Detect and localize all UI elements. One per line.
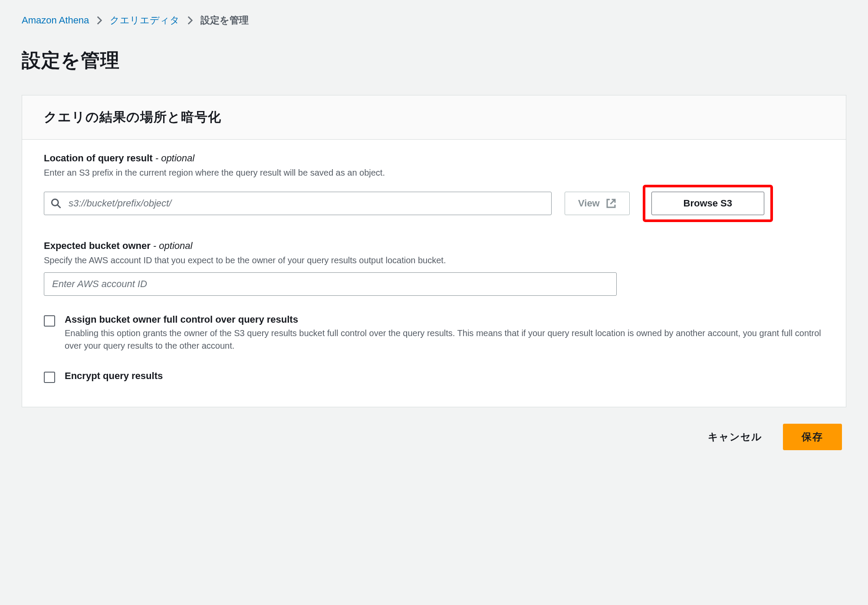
encrypt-group: Encrypt query results (44, 370, 824, 383)
view-button-label: View (578, 198, 600, 209)
page-title: 設定を管理 (22, 48, 846, 73)
panel-body: Location of query result - optional Ente… (22, 140, 846, 407)
owner-group: Expected bucket owner - optional Specify… (44, 240, 824, 296)
expected-bucket-owner-input[interactable] (44, 272, 617, 296)
assign-full-control-checkbox[interactable] (44, 315, 55, 327)
breadcrumb-current: 設定を管理 (201, 14, 249, 27)
browse-highlight: Browse S3 (643, 185, 773, 222)
assign-full-control-desc: Enabling this option grants the owner of… (65, 327, 824, 352)
cancel-button[interactable]: キャンセル (697, 424, 773, 450)
chevron-right-icon (187, 16, 193, 25)
owner-label: Expected bucket owner - optional (44, 240, 824, 252)
svg-point-0 (52, 199, 58, 206)
settings-panel: クエリの結果の場所と暗号化 Location of query result -… (22, 95, 846, 407)
search-icon (51, 198, 61, 209)
encrypt-label: Encrypt query results (65, 370, 824, 382)
view-button[interactable]: View (565, 192, 630, 215)
browse-s3-button[interactable]: Browse S3 (651, 192, 764, 215)
save-button[interactable]: 保存 (783, 424, 842, 450)
breadcrumb-link-service[interactable]: Amazon Athena (22, 15, 89, 26)
panel-title: クエリの結果の場所と暗号化 (44, 108, 824, 126)
chevron-right-icon (97, 16, 102, 25)
browse-s3-label: Browse S3 (684, 198, 733, 209)
location-desc: Enter an S3 prefix in the current region… (44, 167, 824, 179)
encrypt-checkbox[interactable] (44, 372, 55, 383)
breadcrumb-link-editor[interactable]: クエリエディタ (110, 14, 180, 27)
location-label: Location of query result - optional (44, 153, 824, 164)
external-link-icon (606, 198, 616, 209)
location-group: Location of query result - optional Ente… (44, 153, 824, 222)
svg-line-1 (58, 205, 61, 208)
assign-full-control-label: Assign bucket owner full control over qu… (65, 314, 824, 325)
owner-desc: Specify the AWS account ID that you expe… (44, 254, 824, 266)
breadcrumb: Amazon Athena クエリエディタ 設定を管理 (22, 9, 846, 39)
query-result-location-input[interactable] (44, 192, 552, 215)
panel-header: クエリの結果の場所と暗号化 (22, 95, 846, 140)
assign-full-control-group: Assign bucket owner full control over qu… (44, 314, 824, 352)
form-actions: キャンセル 保存 (22, 424, 846, 450)
